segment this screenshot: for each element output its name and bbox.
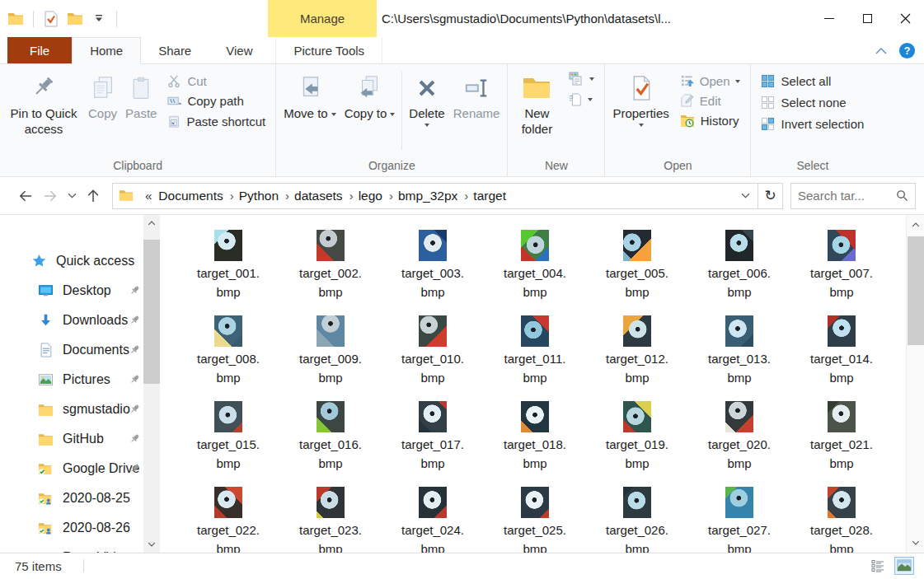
- large-icons-view-button[interactable]: [894, 557, 914, 575]
- collapse-ribbon-icon[interactable]: [875, 48, 887, 54]
- search-icon[interactable]: [896, 189, 908, 202]
- file-item[interactable]: target_009.bmp: [279, 314, 382, 399]
- breadcrumb-item[interactable]: bmp_32px: [396, 189, 471, 203]
- search-input[interactable]: [798, 189, 896, 203]
- tab-view[interactable]: View: [209, 37, 270, 63]
- file-item[interactable]: target_007.bmp: [790, 228, 893, 314]
- paste-button[interactable]: Paste: [121, 67, 161, 121]
- easy-access-button[interactable]: [569, 72, 594, 86]
- sidebar-scroll-up-icon[interactable]: [143, 215, 160, 231]
- help-icon[interactable]: ?: [898, 42, 916, 59]
- content-scrollbar[interactable]: [906, 215, 924, 553]
- edit-button[interactable]: Edit: [680, 94, 741, 108]
- file-item[interactable]: target_014.bmp: [790, 314, 893, 399]
- move-to-button[interactable]: Move to: [279, 67, 340, 121]
- invert-selection-button[interactable]: Invert selection: [761, 117, 864, 131]
- qat-properties-icon[interactable]: [42, 10, 60, 28]
- forward-button[interactable]: [38, 183, 63, 209]
- sidebar-item-rasp-vid[interactable]: Rasp Vid: [0, 543, 162, 553]
- file-item[interactable]: target_016.bmp: [279, 399, 382, 485]
- file-item[interactable]: target_004.bmp: [484, 228, 586, 314]
- maximize-button[interactable]: [848, 0, 886, 37]
- content-scroll-down-icon[interactable]: [908, 535, 924, 551]
- breadcrumb-item[interactable]: lego: [357, 189, 396, 203]
- refresh-button[interactable]: ↻: [758, 183, 783, 209]
- recent-locations-button[interactable]: [63, 183, 81, 209]
- sidebar-item-documents[interactable]: Documents: [0, 335, 162, 365]
- details-view-button[interactable]: [868, 557, 888, 575]
- tab-home[interactable]: Home: [72, 37, 141, 64]
- tab-share[interactable]: Share: [141, 37, 209, 63]
- address-bar[interactable]: « DocumentsPythondatasetslegobmp_32pxtar…: [112, 183, 758, 209]
- file-item[interactable]: target_008.bmp: [177, 314, 279, 399]
- file-item[interactable]: target_022.bmp: [177, 485, 279, 553]
- sidebar-item-2020-08-26[interactable]: 2020-08-26: [0, 513, 162, 543]
- minimize-button[interactable]: [810, 0, 848, 37]
- pin-to-quick-access-button[interactable]: Pin to Quick access: [3, 67, 84, 137]
- new-folder-button[interactable]: New folder: [511, 67, 562, 137]
- file-item[interactable]: target_001.bmp: [177, 228, 279, 314]
- address-dropdown-icon[interactable]: [734, 193, 757, 198]
- content-scroll-thumb[interactable]: [908, 236, 924, 345]
- sidebar-item-pictures[interactable]: Pictures: [0, 365, 162, 395]
- tab-file[interactable]: File: [7, 37, 72, 63]
- file-item[interactable]: target_012.bmp: [586, 314, 688, 399]
- file-item[interactable]: target_006.bmp: [688, 228, 790, 314]
- file-item[interactable]: target_028.bmp: [790, 485, 893, 553]
- sidebar-item-quick-access[interactable]: Quick access: [0, 246, 162, 276]
- file-item[interactable]: target_010.bmp: [382, 314, 484, 399]
- file-item[interactable]: target_002.bmp: [279, 228, 382, 314]
- file-item[interactable]: target_026.bmp: [586, 485, 688, 553]
- sidebar-scroll-thumb[interactable]: [143, 240, 160, 384]
- copy-to-button[interactable]: Copy to: [340, 67, 400, 121]
- file-item[interactable]: target_011.bmp: [484, 314, 586, 399]
- move-to-icon: [297, 71, 323, 105]
- file-item[interactable]: target_020.bmp: [688, 399, 790, 485]
- cut-button[interactable]: Cut: [167, 74, 265, 88]
- sidebar-item-github[interactable]: GitHub: [0, 424, 162, 454]
- select-all-button[interactable]: Select all: [761, 74, 864, 88]
- copy-button[interactable]: Copy: [84, 67, 121, 121]
- breadcrumb-item[interactable]: datasets: [293, 189, 357, 203]
- delete-button[interactable]: Delete: [405, 67, 448, 127]
- file-item[interactable]: target_024.bmp: [382, 485, 484, 553]
- file-name: target_025.bmp: [504, 521, 566, 553]
- new-item-button[interactable]: [569, 92, 594, 107]
- breadcrumb-item[interactable]: Documents: [157, 189, 237, 203]
- file-item[interactable]: target_015.bmp: [177, 399, 279, 485]
- tab-picture-tools[interactable]: Picture Tools: [275, 37, 382, 63]
- properties-button[interactable]: Properties: [608, 67, 673, 127]
- file-item[interactable]: target_017.bmp: [382, 399, 484, 485]
- file-item[interactable]: target_005.bmp: [586, 228, 688, 314]
- sidebar-scrollbar[interactable]: [143, 215, 160, 553]
- breadcrumb-item[interactable]: target: [471, 189, 516, 203]
- select-none-button[interactable]: Select none: [761, 96, 864, 110]
- up-button[interactable]: [81, 183, 106, 209]
- history-button[interactable]: History: [680, 114, 741, 128]
- breadcrumb-collapsed-indicator[interactable]: «: [138, 189, 157, 203]
- file-item[interactable]: target_027.bmp: [688, 485, 790, 553]
- sidebar-scroll-down-icon[interactable]: [143, 536, 160, 553]
- close-button[interactable]: [886, 0, 924, 37]
- sidebar-item-2020-08-25[interactable]: 2020-08-25: [0, 483, 162, 513]
- open-button[interactable]: Open: [680, 74, 741, 88]
- file-item[interactable]: target_019.bmp: [586, 399, 688, 485]
- file-item[interactable]: target_021.bmp: [790, 399, 893, 485]
- back-button[interactable]: [13, 183, 38, 209]
- file-item[interactable]: target_023.bmp: [279, 485, 382, 553]
- file-item[interactable]: target_013.bmp: [688, 314, 790, 399]
- qat-customize-icon[interactable]: [90, 10, 108, 28]
- sidebar-item-desktop[interactable]: Desktop: [0, 276, 162, 306]
- sidebar-item-sgmustadio[interactable]: sgmustadio: [0, 395, 162, 424]
- sidebar-item-google-drive[interactable]: Google Drive: [0, 454, 162, 483]
- rename-button[interactable]: Rename: [449, 67, 504, 121]
- copy-path-button[interactable]: Copy path: [167, 94, 265, 108]
- file-item[interactable]: target_003.bmp: [382, 228, 484, 314]
- content-scroll-up-icon[interactable]: [908, 217, 924, 233]
- file-item[interactable]: target_025.bmp: [484, 485, 586, 553]
- paste-shortcut-button[interactable]: Paste shortcut: [167, 114, 265, 128]
- qat-new-folder-icon[interactable]: [66, 10, 84, 28]
- file-item[interactable]: target_018.bmp: [484, 399, 586, 485]
- breadcrumb-item[interactable]: Python: [237, 189, 293, 203]
- sidebar-item-downloads[interactable]: Downloads: [0, 306, 162, 335]
